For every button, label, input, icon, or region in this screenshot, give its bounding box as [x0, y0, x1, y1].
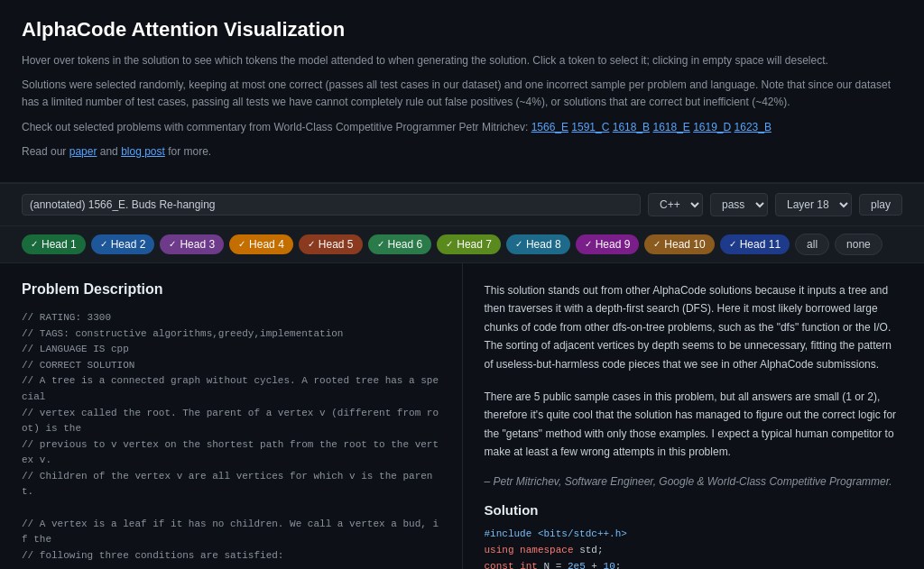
toolbar: C++ pass Layer 18 play [0, 183, 924, 226]
page-title: AlphaCode Attention Visualization [22, 18, 902, 41]
problem-code: // RATING: 3300 // TAGS: constructive al… [22, 310, 440, 569]
desc-2: Solutions were selected randomly, keepin… [22, 77, 902, 111]
pass-select[interactable]: pass [710, 193, 768, 216]
problem-section-title: Problem Description [22, 281, 440, 298]
language-select[interactable]: C++ [648, 193, 703, 216]
link-1618e[interactable]: 1618_E [652, 121, 689, 133]
solution-code: #include <bits/stdc++.h> using namespace… [485, 527, 903, 569]
paper-link[interactable]: paper [69, 145, 97, 158]
head-2-button[interactable]: ✓Head 2 [91, 234, 155, 254]
head-11-button[interactable]: ✓Head 11 [720, 234, 790, 254]
right-text-2: There are 5 public sample cases in this … [485, 388, 903, 462]
none-heads-button[interactable]: none [835, 234, 882, 255]
main-content: Problem Description // RATING: 3300 // T… [0, 263, 924, 569]
link-1623b[interactable]: 1623_B [735, 121, 772, 133]
link-1566e[interactable]: 1566_E [531, 121, 568, 133]
head-5-button[interactable]: ✓Head 5 [299, 234, 363, 254]
right-quote: – Petr Mitrichev, Software Engineer, Goo… [485, 475, 903, 488]
right-text-1: This solution stands out from other Alph… [485, 281, 903, 373]
head-1-button[interactable]: ✓Head 1 [22, 234, 86, 254]
blog-link[interactable]: blog post [121, 145, 165, 158]
layer-select[interactable]: Layer 18 [775, 193, 852, 216]
head-10-button[interactable]: ✓Head 10 [644, 234, 714, 254]
desc-3: Check out selected problems with comment… [22, 119, 902, 136]
link-1618b[interactable]: 1618_B [613, 121, 650, 133]
head-3-button[interactable]: ✓Head 3 [160, 234, 224, 254]
heads-bar: ✓Head 1✓Head 2✓Head 3✓Head 4✓Head 5✓Head… [0, 226, 924, 263]
right-panel: This solution stands out from other Alph… [463, 263, 925, 569]
head-9-button[interactable]: ✓Head 9 [576, 234, 640, 254]
head-7-button[interactable]: ✓Head 7 [437, 234, 501, 254]
problem-input[interactable] [22, 194, 641, 216]
top-info: AlphaCode Attention Visualization Hover … [0, 0, 924, 183]
desc-1: Hover over tokens in the solution to see… [22, 52, 902, 69]
solution-title: Solution [485, 502, 903, 518]
left-panel: Problem Description // RATING: 3300 // T… [0, 263, 463, 569]
link-1591c[interactable]: 1591_C [571, 121, 609, 133]
head-6-button[interactable]: ✓Head 6 [368, 234, 432, 254]
head-8-button[interactable]: ✓Head 8 [506, 234, 570, 254]
all-heads-button[interactable]: all [795, 234, 829, 255]
play-button[interactable]: play [859, 194, 902, 216]
link-1619d[interactable]: 1619_D [693, 121, 731, 133]
desc-4: Read our paper and blog post for more. [22, 143, 902, 161]
head-4-button[interactable]: ✓Head 4 [229, 234, 293, 254]
